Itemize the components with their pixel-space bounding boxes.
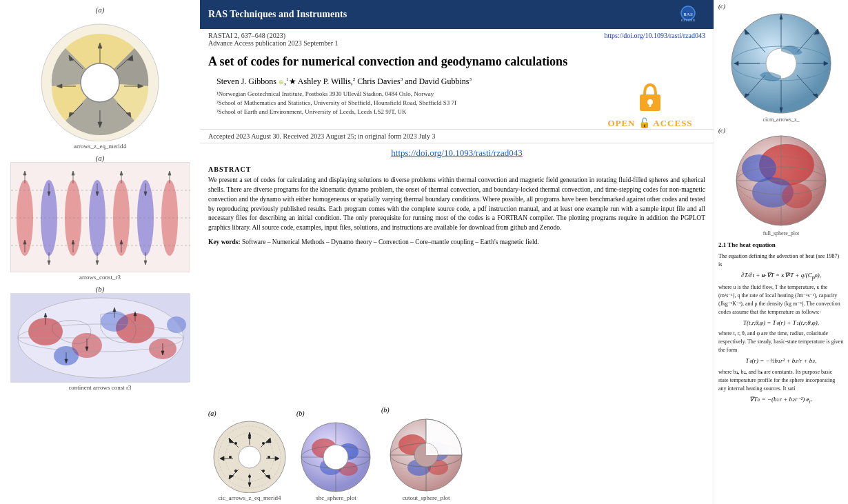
svg-point-113 — [234, 470, 237, 472]
abstract-text: We present a set of codes for calculatin… — [208, 176, 705, 233]
svg-text:OXFORD: OXFORD — [680, 19, 695, 22]
abstract-title: ABSTRACT — [208, 165, 705, 173]
fig-caption-world: continent arrows const r3 — [68, 384, 131, 391]
fig-caption-arrows-const: arrows_const_r3 — [79, 274, 121, 281]
journal-title: RAS Techniques and Instruments — [208, 9, 347, 20]
left-panel: (a) — [0, 0, 200, 504]
fig-label-a-top: (a) — [96, 6, 105, 14]
svg-point-108 — [248, 436, 251, 439]
authors-row: Steven J. Gibbons ⊕,1★ Ashley P. Willis,… — [200, 74, 714, 129]
math-eq2: T(t,r,θ,φ) = T₀(r) + T₁(t,r,θ,φ), — [718, 319, 844, 328]
math-eq2-desc: where t, r, θ, and φ are the time, radiu… — [718, 330, 844, 354]
orcid-icon: ⊕ — [279, 79, 284, 85]
svg-point-111 — [262, 470, 265, 472]
svg-point-115 — [234, 442, 237, 445]
fig-caption-right-mid: full_sphere_plot — [763, 230, 799, 236]
svg-point-109 — [262, 442, 265, 445]
affil2: ²School of Mathematics and Statistics, U… — [216, 99, 472, 108]
svg-point-110 — [267, 456, 270, 458]
fig-arrows-merid: (a) — [4, 6, 196, 150]
center-panel: RAS Techniques and Instruments RAS OXFOR… — [200, 0, 714, 504]
fig-cic-circle — [208, 417, 291, 493]
math-eq3-desc: where b₁, b₂, and b₃ are constants. Its … — [718, 368, 844, 393]
math-intro: The equation defining the advection of h… — [718, 252, 844, 269]
doi-link-top[interactable]: https://doi.org/10.1093/rasti/rzad043 — [605, 32, 705, 47]
bottom-figures-row: (a) — [200, 403, 714, 504]
fig-arrows-const: (a) — [4, 154, 196, 281]
affil1: ¹Norwegian Geotechnical Institute, Postb… — [216, 90, 472, 99]
svg-point-112 — [248, 475, 251, 478]
authors-line: Steven J. Gibbons ⊕,1★ Ashley P. Willis,… — [216, 77, 472, 87]
lock-icon — [633, 79, 667, 117]
fig-right-mid: (c) full_sphere_plot — [718, 127, 844, 236]
math-eq3: T₀(r) = −½b₁r² + b₂/r + b₃, — [718, 356, 844, 366]
keywords-text: Software – Numerical Methods – Dynamo th… — [242, 239, 539, 245]
math-eq1: ∂T/∂t + u·∇T = κ∇²T + q/(Cpρ), — [718, 271, 844, 281]
fig-caption-arrows-merid: arrows_z_eq_merid4 — [74, 143, 126, 150]
fig-label-b-bot: (b) — [96, 285, 105, 293]
svg-point-89 — [239, 446, 261, 468]
fig-cutout-sphere: (b) — [381, 406, 471, 501]
journal-logo: RAS OXFORD — [671, 4, 705, 25]
journal-meta-left: RASTAI 2, 637–648 (2023) Advance Access … — [208, 32, 339, 47]
fig-bot-b-label: (b) — [296, 410, 305, 417]
svg-point-114 — [229, 456, 232, 458]
svg-point-125 — [323, 445, 348, 470]
svg-point-18 — [81, 63, 119, 102]
fig-right-circle — [721, 10, 842, 117]
svg-point-65 — [167, 316, 186, 333]
fig-cic-arrows: (a) — [208, 410, 291, 501]
doi-center: https://doi.org/10.1093/rasti/rzad043 — [200, 143, 714, 163]
fig-bot-c-label: (b) — [381, 406, 390, 414]
math-section: 2.1 The heat equation The equation defin… — [718, 241, 844, 407]
fig-cutout — [381, 414, 471, 493]
fig-right-mid-label: (c) — [718, 127, 725, 134]
abstract-section: ABSTRACT We present a set of codes for c… — [200, 163, 714, 236]
accepted-line: Accepted 2023 August 30. Received 2023 A… — [200, 129, 714, 143]
authors-section: Steven J. Gibbons ⊕,1★ Ashley P. Willis,… — [208, 74, 480, 119]
fig-right-top-label: (c) — [718, 3, 725, 10]
svg-text:RAS: RAS — [683, 12, 693, 17]
journal-access: Advance Access publication 2023 Septembe… — [208, 39, 339, 47]
fig-shc-sphere: (b) — [296, 410, 376, 501]
journal-header: RAS Techniques and Instruments RAS OXFOR… — [200, 0, 714, 29]
math-section-title: 2.1 The heat equation — [718, 241, 844, 250]
right-panel: (c) — [714, 0, 848, 504]
article-title: A set of codes for numerical convection … — [200, 48, 714, 74]
affil3: ³School of Earth and Environment, Univer… — [216, 108, 472, 117]
math-eq1-desc: where u is the fluid flow, T the tempera… — [718, 283, 844, 316]
fig-sphere-b — [296, 417, 376, 493]
math-eq4: ∇T₀ = −(b₁r + b₂r⁻²) er. — [718, 395, 844, 405]
arrows-const-img — [10, 162, 190, 272]
fig-caption-cic: cic_arrows_z_eq_merid4 — [219, 494, 281, 501]
journal-citation: RASTAI 2, 637–648 (2023) — [208, 32, 339, 39]
keywords-label: Key words: — [208, 239, 241, 245]
open-access-text: OPEN 🔓 ACCESS — [607, 117, 692, 129]
fig-circle-top — [28, 14, 172, 141]
fig-caption-right-top: cicm_arrows_z_ — [763, 117, 800, 123]
open-access-badge: OPEN 🔓 ACCESS — [595, 74, 705, 129]
journal-meta: RASTAI 2, 637–648 (2023) Advance Access … — [200, 29, 714, 48]
world-map-img — [10, 293, 190, 383]
keywords-line: Key words: Software – Numerical Methods … — [200, 236, 714, 248]
fig-caption-shc: shc_sphere_plot — [316, 494, 356, 501]
fig-full-sphere — [721, 134, 842, 230]
fig-caption-cutout: cutout_sphere_plot — [403, 494, 450, 501]
fig-right-top: (c) — [718, 3, 844, 123]
fig-world-map: (b) — [4, 285, 196, 391]
fig-label-a-mid: (a) — [96, 154, 105, 162]
fig-bot-a-label: (a) — [208, 410, 216, 417]
doi-link-center[interactable]: https://doi.org/10.1093/rasti/rzad043 — [391, 148, 522, 158]
